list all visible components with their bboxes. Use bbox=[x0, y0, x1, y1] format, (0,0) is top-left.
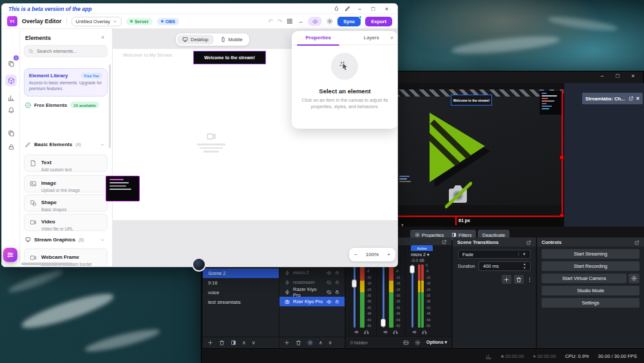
volume-fader-handle[interactable] bbox=[381, 319, 386, 327]
element-card-video[interactable]: VideoVideo file or URL bbox=[24, 214, 108, 231]
overlay-select[interactable]: Untitled Overlay bbox=[71, 17, 122, 26]
volume-fader-handle[interactable] bbox=[410, 265, 415, 274]
selection-right-edge[interactable] bbox=[562, 89, 563, 217]
advanced-audio-icon[interactable] bbox=[415, 340, 421, 346]
element-card-image[interactable]: ImageUpload or link image bbox=[24, 175, 108, 192]
search-box[interactable] bbox=[24, 45, 108, 57]
zoom-out-button[interactable]: − bbox=[354, 252, 357, 257]
scene-filters-icon[interactable] bbox=[231, 340, 236, 346]
eye-off-icon[interactable] bbox=[327, 290, 332, 295]
move-source-up-icon[interactable]: ∧ bbox=[319, 340, 323, 346]
source-row-selected[interactable]: Rzer Kiyo Pro bbox=[279, 297, 345, 306]
settings-button[interactable]: Settings bbox=[542, 298, 639, 308]
scene-row[interactable]: 9:16 bbox=[203, 278, 279, 288]
popout-icon[interactable] bbox=[526, 240, 531, 245]
rail-elements-button[interactable] bbox=[5, 75, 17, 86]
move-scene-up-icon[interactable]: ∧ bbox=[242, 340, 246, 346]
panel-close-icon[interactable]: × bbox=[101, 34, 104, 41]
monitor-headphone-icon[interactable] bbox=[364, 330, 369, 335]
section-basic-elements[interactable]: Basic Elements(4) bbox=[25, 142, 105, 147]
rail-pages-button[interactable]: 1 bbox=[5, 58, 17, 70]
popout-icon[interactable] bbox=[634, 240, 639, 245]
canvas-chat-widget[interactable] bbox=[106, 176, 140, 201]
element-card-text[interactable]: TextAdd custom text bbox=[24, 154, 108, 172]
canvas-banner-element[interactable]: Welcome to the stream! bbox=[193, 51, 266, 64]
add-scene-icon[interactable] bbox=[207, 340, 213, 346]
floating-avatar[interactable] bbox=[192, 257, 206, 272]
lock-icon[interactable] bbox=[335, 270, 339, 275]
editor-minimize-button[interactable]: − bbox=[355, 6, 364, 12]
scene-row[interactable]: test streamlabs bbox=[203, 297, 279, 307]
editor-maximize-button[interactable]: □ bbox=[369, 6, 377, 12]
section-stream-graphics[interactable]: Stream Graphics(8) bbox=[25, 237, 105, 243]
mixer-layout-icon[interactable] bbox=[403, 340, 409, 346]
editor-close-button[interactable]: × bbox=[383, 6, 391, 12]
rail-analytics-button[interactable] bbox=[5, 92, 17, 104]
popout-icon[interactable] bbox=[442, 239, 447, 245]
volume-fader-track[interactable] bbox=[412, 265, 413, 328]
quick-settings-fab[interactable] bbox=[3, 248, 17, 262]
element-card-shape[interactable]: ShapeBasic shapes bbox=[24, 194, 108, 212]
streamlabs-popup-titlebar[interactable]: Streamlabs: Ch... × bbox=[582, 93, 643, 104]
rail-locked-button[interactable] bbox=[5, 141, 17, 153]
remove-source-icon[interactable] bbox=[296, 340, 301, 346]
mixer-options-button[interactable]: Options ▾ bbox=[426, 340, 447, 345]
lock-icon[interactable] bbox=[335, 280, 339, 284]
lock-icon[interactable] bbox=[335, 290, 339, 294]
popup-close-icon[interactable]: × bbox=[636, 95, 639, 102]
virtual-camera-settings-button[interactable] bbox=[629, 274, 639, 283]
vertical-scrollbar[interactable] bbox=[109, 64, 111, 148]
popout-icon[interactable] bbox=[629, 96, 634, 101]
source-settings-icon[interactable] bbox=[307, 340, 313, 346]
tab-properties[interactable]: Properties bbox=[292, 35, 345, 41]
mute-speaker-icon[interactable] bbox=[412, 330, 417, 335]
canvas-webcam-placeholder[interactable] bbox=[191, 131, 231, 162]
arrow-right-icon[interactable]: → bbox=[298, 18, 303, 24]
droplet-icon[interactable] bbox=[334, 6, 339, 12]
undo-icon[interactable]: ↶ bbox=[268, 18, 273, 24]
horizontal-scrollbar[interactable] bbox=[21, 263, 73, 265]
add-source-icon[interactable] bbox=[284, 340, 290, 346]
scene-row[interactable]: voice bbox=[203, 288, 279, 297]
controls-dock-header[interactable]: Controls bbox=[537, 237, 644, 247]
eye-icon[interactable] bbox=[327, 299, 332, 304]
monitor-headphone-icon[interactable] bbox=[422, 330, 427, 335]
mobile-toggle-button[interactable]: Mobile bbox=[215, 35, 248, 44]
search-input[interactable] bbox=[37, 48, 103, 54]
add-transition-button[interactable] bbox=[502, 275, 511, 284]
remove-transition-button[interactable] bbox=[514, 275, 524, 284]
mute-speaker-icon[interactable] bbox=[354, 330, 359, 335]
remove-scene-icon[interactable] bbox=[219, 340, 225, 346]
grid-icon[interactable] bbox=[287, 18, 293, 24]
settings-gear-icon[interactable] bbox=[327, 18, 333, 24]
editor-titlebar[interactable]: This is a beta version of the app − □ × bbox=[2, 4, 397, 14]
element-library-card[interactable]: Element Library Free Tier Access to basi… bbox=[24, 68, 108, 97]
start-streaming-button[interactable]: Start Streaming bbox=[542, 249, 639, 259]
start-recording-button[interactable]: Start Recording bbox=[542, 261, 639, 271]
eye-off-icon[interactable] bbox=[327, 280, 332, 285]
duration-input[interactable]: 400 ms ▲▼ bbox=[478, 261, 531, 271]
rail-alerts-button[interactable] bbox=[5, 104, 17, 115]
transition-menu-icon[interactable] bbox=[526, 275, 533, 284]
eye-icon[interactable] bbox=[327, 270, 332, 275]
move-scene-down-icon[interactable]: ∨ bbox=[252, 340, 256, 346]
transition-select[interactable]: Fade ▼ bbox=[458, 250, 531, 259]
obs-close-button[interactable]: × bbox=[628, 73, 638, 79]
zoom-in-button[interactable]: + bbox=[387, 252, 390, 257]
sync-button[interactable]: Sync bbox=[337, 17, 361, 26]
properties-close-icon[interactable]: × bbox=[390, 35, 393, 41]
pen-slash-icon[interactable] bbox=[345, 6, 350, 12]
start-virtual-camera-button[interactable]: Start Virtual Camera bbox=[542, 274, 627, 283]
transitions-dock-header[interactable]: Scene Transitions bbox=[453, 237, 536, 247]
volume-fader-track[interactable] bbox=[354, 265, 355, 328]
obs-minimize-button[interactable]: − bbox=[597, 73, 607, 79]
mixer-channel-name[interactable]: micro 2 ▾ bbox=[411, 252, 429, 257]
scene-row[interactable]: Scene 2 bbox=[203, 268, 279, 278]
desktop-toggle-button[interactable]: Desktop bbox=[177, 35, 214, 44]
studio-mode-button[interactable]: Studio Mode bbox=[542, 286, 639, 295]
lock-icon[interactable] bbox=[335, 299, 339, 304]
source-row[interactable]: Razer Kiyo Pro bbox=[279, 287, 345, 297]
move-source-down-icon[interactable]: ∨ bbox=[328, 340, 332, 346]
preview-visibility-toggle[interactable] bbox=[308, 17, 322, 26]
export-button[interactable]: Export bbox=[365, 17, 392, 26]
